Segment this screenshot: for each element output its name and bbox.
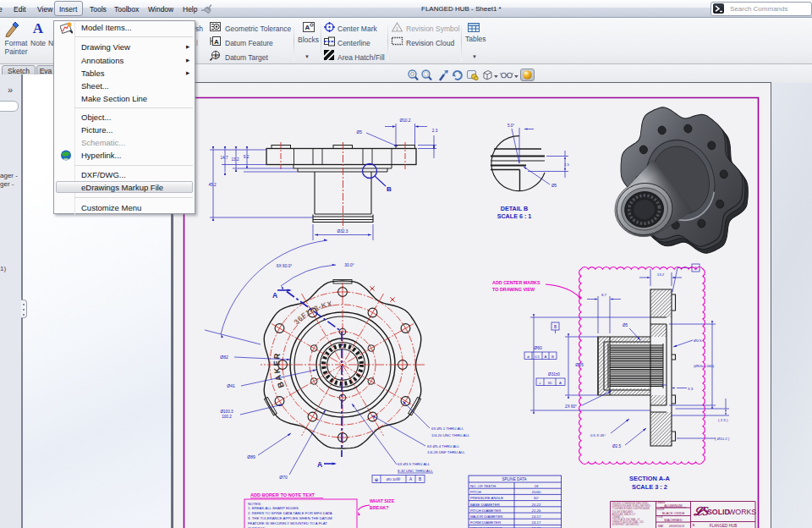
svg-text:PITCH: PITCH xyxy=(470,490,481,494)
svg-text:5.0°: 5.0° xyxy=(508,124,514,128)
svg-text:09/09/2013: 09/09/2013 xyxy=(669,525,684,528)
svg-text:Ø70: Ø70 xyxy=(279,475,288,480)
svg-text:PRESSURE ANGLE: PRESSURE ANGLE xyxy=(470,496,503,500)
svg-text:45.2: 45.2 xyxy=(209,183,217,187)
svg-text:SCALE 3 : 2: SCALE 3 : 2 xyxy=(632,483,667,491)
svg-text:0.5: 0.5 xyxy=(535,355,540,359)
svg-text:24.17: 24.17 xyxy=(532,520,541,525)
svg-text:8.7: 8.7 xyxy=(601,293,607,297)
svg-text:⌀: ⌀ xyxy=(527,355,529,359)
svg-text:A: A xyxy=(317,460,322,469)
svg-text:100.2: 100.2 xyxy=(222,415,232,419)
svg-text:MAJOR DIAMETER: MAJOR DIAMETER xyxy=(470,514,502,519)
svg-text:TITLE: TITLE xyxy=(657,515,663,519)
svg-text:FLANGED HUB: FLANGED HUB xyxy=(710,524,738,528)
svg-text:FEATURE IS SECURELY MOUNTED TO: FEATURE IS SECURELY MOUNTED TO A FLAT xyxy=(248,521,327,525)
svg-text:Ø0.10Ⓜ: Ø0.10Ⓜ xyxy=(387,477,401,481)
svg-text:ADD BORER TO NOTE TEXT: ADD BORER TO NOTE TEXT xyxy=(250,492,315,498)
svg-text:Ø100.3: Ø100.3 xyxy=(220,410,233,414)
svg-text:2. REFER TO SPINE DATA TABLE: 2. REFER TO SPINE DATA TABLE FOR MFG DAT… xyxy=(248,511,332,515)
svg-text:30°: 30° xyxy=(534,496,540,500)
svg-text:14.7: 14.7 xyxy=(221,156,228,160)
svg-text:8-32 UNC THRU ALL: 8-32 UNC THRU ALL xyxy=(398,469,433,473)
svg-text:Ø2.5: Ø2.5 xyxy=(612,444,621,448)
svg-text:Ø5: Ø5 xyxy=(623,323,628,327)
svg-text:20/40: 20/40 xyxy=(532,490,541,494)
svg-text:PITCH DIAMETER: PITCH DIAMETER xyxy=(470,509,501,513)
svg-text:MAT.: MAT. xyxy=(658,525,664,528)
svg-text:SPLINE DATA: SPLINE DATA xyxy=(502,477,527,481)
svg-text:6X Ø3.5 THRU ALL: 6X Ø3.5 THRU ALL xyxy=(398,462,431,466)
svg-text:B: B xyxy=(387,185,392,193)
svg-text:3.3: 3.3 xyxy=(688,387,694,391)
svg-text:Ø0.5: Ø0.5 xyxy=(694,338,702,343)
svg-text:A: A xyxy=(214,38,219,46)
svg-text:Ø82: Ø82 xyxy=(220,355,228,360)
svg-text:1/4-20 UNC THRU ALL: 1/4-20 UNC THRU ALL xyxy=(431,433,470,437)
svg-text:BASE DIAMETER: BASE DIAMETER xyxy=(470,503,500,507)
svg-text:NOTES:: NOTES: xyxy=(248,502,261,506)
svg-text:Ø32.3: Ø32.3 xyxy=(337,229,348,234)
svg-text:30.0°: 30.0° xyxy=(344,263,354,267)
svg-text:A: A xyxy=(272,291,277,300)
svg-text:A: A xyxy=(545,355,547,359)
svg-text:22.26: 22.26 xyxy=(532,509,541,513)
svg-text:WHAT SIZE: WHAT SIZE xyxy=(370,498,395,503)
svg-text:2X 60°: 2X 60° xyxy=(565,404,577,409)
svg-text:Ø10.2: Ø10.2 xyxy=(399,118,410,123)
svg-text:20.22: 20.22 xyxy=(532,503,541,507)
svg-text:6X Ø5.1 THRU ALL: 6X Ø5.1 THRU ALL xyxy=(431,426,464,431)
svg-text:Ø89: Ø89 xyxy=(247,454,255,459)
svg-text:6X Ø5.4 THRU ALL: 6X Ø5.4 THRU ALL xyxy=(427,444,460,448)
svg-text:3. THE TOLERANCE APPLIES WHE: 3. THE TOLERANCE APPLIES WHEN THE DATUM xyxy=(248,516,332,520)
svg-text:⊥: ⊥ xyxy=(539,381,542,385)
svg-text:Ø60: Ø60 xyxy=(534,345,542,350)
svg-text:BAKER: BAKER xyxy=(272,351,286,389)
svg-text:BLACK OXIDE: BLACK OXIDE xyxy=(662,511,685,515)
svg-text:( Ø10.2 ): ( Ø10.2 ) xyxy=(715,437,730,441)
svg-text:INTERPRET GEOMETRIC: INTERPRET GEOMETRIC xyxy=(612,523,639,526)
svg-text:Ø31±0: Ø31±0 xyxy=(548,372,560,377)
svg-text:BREAK?: BREAK? xyxy=(370,505,388,510)
svg-text:( 2.3 ): ( 2.3 ) xyxy=(718,418,728,422)
svg-text:B: B xyxy=(419,477,421,481)
svg-text:ALUMINUM: ALUMINUM xyxy=(664,503,682,508)
svg-text:1.5: 1.5 xyxy=(564,162,569,167)
svg-text:WORKS: WORKS xyxy=(728,508,756,516)
svg-text:Ø41: Ø41 xyxy=(227,383,235,388)
svg-text:SECTION A-A: SECTION A-A xyxy=(629,475,670,482)
svg-text:B: B xyxy=(551,355,554,359)
svg-text:B: B xyxy=(554,325,557,329)
svg-text:⊕: ⊕ xyxy=(375,477,379,482)
svg-text:ADD CENTER MARKS: ADD CENTER MARKS xyxy=(492,280,540,285)
svg-text:MACHINED: MACHINED xyxy=(664,518,682,522)
svg-text:3D: 3D xyxy=(547,381,551,385)
svg-text:0.5 X 45°: 0.5 X 45° xyxy=(590,433,606,437)
svg-text:B: B xyxy=(693,523,695,527)
svg-text:24.57: 24.57 xyxy=(532,514,541,519)
svg-text:1/4-28 UNF THRU ALL: 1/4-28 UNF THRU ALL xyxy=(427,450,465,454)
svg-text:DETAIL B: DETAIL B xyxy=(501,205,528,212)
svg-text:1: 1 xyxy=(396,26,399,31)
svg-text:Ø5: Ø5 xyxy=(551,184,557,188)
svg-text:A: A xyxy=(305,24,310,31)
svg-text:13.2: 13.2 xyxy=(657,272,665,277)
svg-text:NO. OF TEETH: NO. OF TEETH xyxy=(470,484,496,488)
svg-text:Ø5: Ø5 xyxy=(357,130,363,135)
svg-text:FORM DIAMETER: FORM DIAMETER xyxy=(470,520,501,525)
svg-text:TO DRAWING VIEW: TO DRAWING VIEW xyxy=(492,287,535,292)
svg-text:SCALE 6 : 1: SCALE 6 : 1 xyxy=(497,212,532,220)
svg-text:9.2: 9.2 xyxy=(244,155,250,159)
svg-text:A1: A1 xyxy=(214,53,219,58)
svg-text:6X 60.0°: 6X 60.0° xyxy=(277,264,293,268)
svg-text:18: 18 xyxy=(535,484,539,488)
svg-text:1. BREAK ALL SHARP EDGES: 1. BREAK ALL SHARP EDGES xyxy=(248,506,299,510)
svg-text:A: A xyxy=(559,381,562,385)
svg-text:13.2: 13.2 xyxy=(232,157,239,162)
svg-text:A: A xyxy=(409,477,413,481)
svg-text:2.3: 2.3 xyxy=(432,129,438,133)
svg-text:SOLID: SOLID xyxy=(707,508,730,516)
